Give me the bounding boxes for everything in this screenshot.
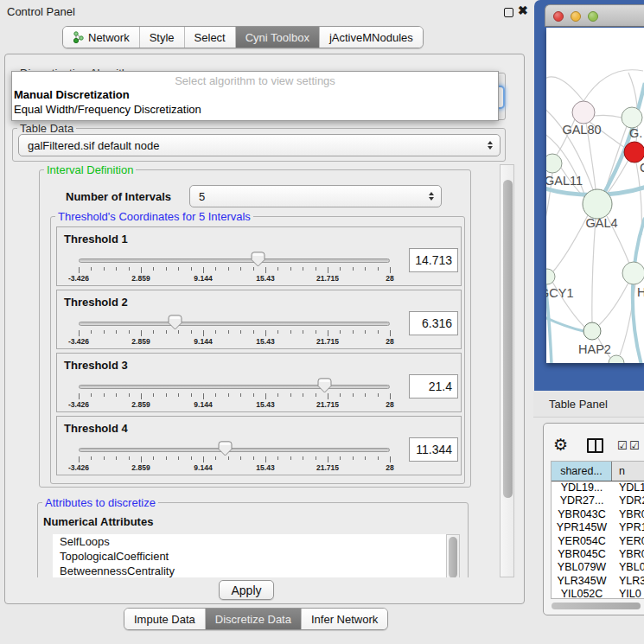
attribute-list-item[interactable]: SelfLoops <box>53 534 446 549</box>
tab-discretize-data[interactable]: Discretize Data <box>206 609 302 629</box>
tab-network[interactable]: Network <box>63 27 140 48</box>
minor-tick <box>91 456 92 460</box>
network-edge[interactable] <box>546 77 583 101</box>
tab-infer-network[interactable]: Infer Network <box>302 609 387 629</box>
H-node[interactable] <box>622 262 644 284</box>
numerical-attributes-list[interactable]: SelfLoopsTopologicalCoefficientBetweenne… <box>53 534 446 577</box>
cell-name[interactable]: YPR1 <box>612 521 644 534</box>
table-row[interactable]: YDR27...YDR2 <box>552 494 644 507</box>
number-of-intervals-combobox[interactable]: 5 <box>189 185 442 207</box>
network-edge[interactable] <box>553 215 588 271</box>
zoom-light-icon[interactable] <box>588 11 598 22</box>
attribute-list-item[interactable]: BetweennessCentrality <box>53 564 446 577</box>
slider-track[interactable] <box>79 448 390 452</box>
minor-tick <box>166 456 167 460</box>
cell-shared-name[interactable]: YDL19... <box>552 481 612 494</box>
tab-cyni-toolbox[interactable]: Cyni Toolbox <box>236 27 320 48</box>
close-icon[interactable]: ✖ <box>518 3 528 17</box>
column-header-shared-name[interactable]: shared... <box>552 462 612 481</box>
stepper-arrows-icon[interactable] <box>484 141 500 150</box>
network-edge[interactable] <box>592 219 596 322</box>
cell-shared-name[interactable]: YBR043C <box>552 508 612 521</box>
network-edge-thick[interactable] <box>546 315 583 331</box>
tick-label: 21.715 <box>316 274 339 283</box>
GAL11-node[interactable] <box>546 154 562 173</box>
top-right-node[interactable] <box>622 107 642 128</box>
cell-shared-name[interactable]: YPR145W <box>552 521 612 534</box>
tab-label: Discretize Data <box>215 613 291 626</box>
table-row[interactable]: YLR345WYLR3 <box>552 575 644 588</box>
network-edge[interactable] <box>594 115 622 118</box>
bottom-node[interactable] <box>609 355 624 363</box>
network-edge[interactable] <box>583 70 643 101</box>
threshold-value-field[interactable]: 6.316 <box>409 311 458 335</box>
float-window-icon[interactable] <box>504 8 513 17</box>
slider-track[interactable] <box>79 322 390 326</box>
stepper-arrows-icon[interactable] <box>425 192 441 201</box>
network-view-canvas[interactable]: GAL80G.CGAL11GAL4GCY1HHAP2 <box>546 28 644 363</box>
attribute-list-item[interactable]: TopologicalCoefficient <box>53 549 446 564</box>
minimize-light-icon[interactable] <box>571 11 581 22</box>
table-row[interactable]: YBL079WYBL0 <box>552 561 644 574</box>
cell-name[interactable]: YBR0 <box>612 508 644 521</box>
threshold-value-field[interactable]: 14.713 <box>409 248 458 272</box>
threshold-value-field[interactable]: 21.4 <box>409 374 458 399</box>
settings-scrollbar[interactable] <box>500 164 514 577</box>
cell-shared-name[interactable]: YLR345W <box>552 575 612 588</box>
cell-name[interactable]: YIL0 <box>612 588 644 599</box>
cell-shared-name[interactable]: YDR27... <box>552 494 612 507</box>
table-row[interactable]: YBR043CYBR0 <box>552 508 644 521</box>
tab-impute-data[interactable]: Impute Data <box>124 609 206 629</box>
columns-icon[interactable] <box>587 438 603 453</box>
table-data-combobox[interactable]: galFiltered.sif default node <box>18 134 501 156</box>
table-row[interactable]: YDL19...YDL1 <box>552 481 644 494</box>
network-edge[interactable] <box>599 283 628 325</box>
slider-thumb[interactable] <box>251 252 265 267</box>
cell-name[interactable]: YLR3 <box>612 575 644 588</box>
cell-shared-name[interactable]: YER054C <box>552 535 612 548</box>
cell-name[interactable]: YBR0 <box>612 548 644 561</box>
minor-tick <box>91 393 92 397</box>
algorithm-option-equal-width[interactable]: Equal Width/Frequency Discretization <box>12 102 498 117</box>
table-row[interactable]: YIL052CYIL0 <box>552 588 644 599</box>
cell-shared-name[interactable]: YBR045C <box>552 548 612 561</box>
HAP2-node[interactable] <box>583 322 601 340</box>
tab-jactivemnodules[interactable]: jActiveMNodules <box>320 27 423 48</box>
cell-name[interactable]: YBL0 <box>612 561 644 574</box>
network-window-titlebar[interactable] <box>545 4 644 27</box>
tick-label: -3.426 <box>68 463 89 472</box>
number-of-intervals-label: Number of Intervals <box>66 190 171 203</box>
algorithm-option-manual[interactable]: Manual Discretization <box>12 87 498 102</box>
red-node[interactable] <box>624 142 644 163</box>
cell-name[interactable]: YER0 <box>612 535 644 548</box>
tab-style[interactable]: Style <box>140 27 185 48</box>
gear-icon[interactable]: ⚙ <box>553 435 568 455</box>
checkbox-icon[interactable]: ☑ <box>617 439 628 452</box>
table-row[interactable]: YBR045CYBR0 <box>552 548 644 561</box>
cell-shared-name[interactable]: YIL052C <box>552 588 612 599</box>
cell-name[interactable]: YDR2 <box>612 494 644 507</box>
slider-thumb[interactable] <box>168 315 182 330</box>
attributes-list-scrollbar[interactable] <box>446 534 460 577</box>
GAL4-node[interactable] <box>583 189 612 219</box>
threshold-value-field[interactable]: 11.344 <box>409 437 458 462</box>
table-row[interactable]: YER054CYER0 <box>552 535 644 548</box>
apply-button[interactable]: Apply <box>219 580 274 600</box>
slider-thumb[interactable] <box>218 441 233 456</box>
network-edge-thick[interactable] <box>546 245 552 363</box>
slider-thumb[interactable] <box>317 378 332 393</box>
slider-track[interactable] <box>79 385 390 389</box>
cell-shared-name[interactable]: YBL079W <box>552 561 612 574</box>
cell-name[interactable]: YDL1 <box>612 481 644 494</box>
close-light-icon[interactable] <box>553 11 564 22</box>
minor-tick <box>129 456 130 460</box>
minor-tick <box>303 330 303 334</box>
tab-select[interactable]: Select <box>185 27 236 48</box>
column-header-name[interactable]: n <box>612 462 644 481</box>
GAL80-node[interactable] <box>572 101 595 124</box>
minor-tick <box>277 330 278 334</box>
slider-track[interactable] <box>79 258 390 263</box>
checkbox-icon[interactable]: ☑ <box>629 439 640 452</box>
table-row[interactable]: YPR145WYPR1 <box>552 521 644 534</box>
table-horizontal-scrollbar[interactable] <box>552 603 641 609</box>
